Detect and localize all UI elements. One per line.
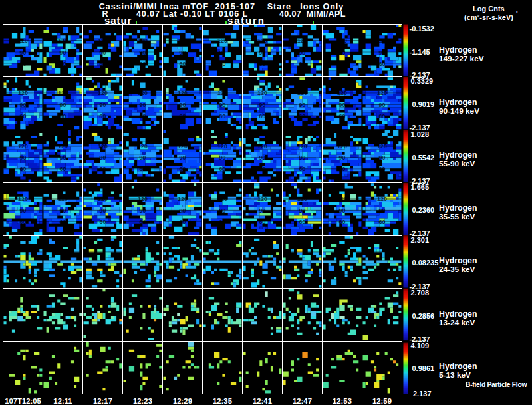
svg-text:90: 90 — [259, 154, 265, 161]
svg-text:120: 120 — [297, 143, 307, 150]
svg-text:90-149 keV: 90-149 keV — [439, 106, 479, 116]
svg-text:120: 120 — [178, 143, 188, 150]
svg-text:90: 90 — [378, 49, 385, 56]
svg-text:12:17: 12:17 — [93, 397, 112, 405]
svg-text:120: 120 — [337, 196, 347, 202]
svg-text:120: 120 — [138, 143, 148, 150]
svg-text:60: 60 — [338, 166, 345, 172]
svg-text:120: 120 — [217, 143, 227, 150]
svg-text:90: 90 — [139, 49, 146, 56]
svg-text:55-90 keV: 55-90 keV — [439, 159, 475, 168]
svg-text:0.3329: 0.3329 — [411, 77, 434, 85]
svg-text:12:59: 12:59 — [372, 397, 392, 405]
svg-text:2.137: 2.137 — [413, 390, 432, 398]
svg-text:90: 90 — [299, 154, 305, 161]
svg-text:90: 90 — [19, 154, 26, 161]
svg-text:120: 120 — [178, 196, 188, 202]
svg-text:0.9019: 0.9019 — [412, 100, 435, 108]
svg-text:90: 90 — [179, 49, 186, 56]
svg-text:60: 60 — [259, 61, 265, 67]
svg-text:24-35 keV: 24-35 keV — [439, 265, 475, 274]
svg-text:12:35: 12:35 — [213, 397, 232, 405]
svg-text:60: 60 — [99, 113, 106, 120]
svg-text:60: 60 — [338, 61, 345, 67]
svg-text:120: 120 — [18, 143, 28, 150]
svg-text:Hydrogen: Hydrogen — [439, 362, 477, 371]
svg-text:0.9861: 0.9861 — [412, 364, 435, 372]
svg-text:120: 120 — [217, 196, 227, 202]
svg-text:60: 60 — [378, 219, 385, 225]
svg-text:60: 60 — [59, 166, 66, 172]
svg-text:60: 60 — [179, 219, 186, 225]
svg-text:120: 120 — [377, 37, 387, 44]
svg-text:B-field Particle Flow: B-field Particle Flow — [466, 381, 527, 388]
svg-text:-0.1532: -0.1532 — [410, 25, 434, 33]
svg-text:90: 90 — [99, 49, 106, 56]
svg-text:12:47: 12:47 — [293, 397, 312, 405]
svg-text:60: 60 — [179, 113, 186, 120]
svg-text:60: 60 — [338, 113, 345, 120]
svg-text:0.08235: 0.08235 — [412, 259, 439, 267]
svg-text:90: 90 — [59, 49, 66, 56]
svg-text:60: 60 — [179, 166, 186, 172]
svg-text:90: 90 — [179, 154, 186, 161]
svg-text:90: 90 — [219, 49, 225, 56]
svg-text:60: 60 — [378, 113, 385, 120]
svg-text:120: 120 — [217, 90, 227, 96]
svg-text:0.5542: 0.5542 — [412, 154, 435, 162]
svg-text:60: 60 — [259, 113, 265, 120]
svg-text:90: 90 — [219, 207, 225, 214]
svg-text:120: 120 — [18, 90, 28, 96]
svg-text:90: 90 — [259, 207, 265, 214]
svg-text:60: 60 — [99, 219, 106, 225]
svg-text:60: 60 — [338, 219, 345, 225]
svg-text:12:23: 12:23 — [133, 397, 152, 405]
svg-text:12:11: 12:11 — [53, 397, 72, 405]
svg-text:120: 120 — [337, 143, 347, 150]
svg-text:35-55 keV: 35-55 keV — [439, 212, 475, 221]
svg-text:90: 90 — [378, 154, 385, 161]
svg-text:90: 90 — [59, 102, 66, 108]
svg-text:12:53: 12:53 — [332, 397, 352, 405]
svg-text:120: 120 — [98, 90, 108, 96]
svg-text:1.665: 1.665 — [411, 183, 430, 191]
svg-text:120: 120 — [297, 37, 307, 44]
svg-text:120: 120 — [217, 37, 227, 44]
svg-text:120: 120 — [297, 196, 307, 202]
svg-text:(cm²-sr-s-keV): (cm²-sr-s-keV) — [464, 13, 513, 21]
svg-text:90: 90 — [378, 102, 385, 108]
svg-text:120: 120 — [138, 37, 148, 44]
svg-text:4.109: 4.109 — [411, 342, 430, 350]
svg-text:-1.145: -1.145 — [410, 48, 430, 56]
svg-text:120: 120 — [18, 196, 28, 202]
svg-text:120: 120 — [138, 90, 148, 96]
svg-text:Hydrogen: Hydrogen — [439, 203, 477, 213]
svg-text:90: 90 — [99, 207, 106, 214]
svg-text:90: 90 — [139, 102, 146, 108]
svg-text:60: 60 — [139, 219, 146, 225]
svg-text:90: 90 — [338, 154, 345, 161]
svg-text:60: 60 — [19, 219, 26, 225]
svg-text:90: 90 — [19, 102, 26, 108]
svg-text:60: 60 — [219, 61, 225, 67]
svg-text:90: 90 — [19, 49, 26, 56]
svg-text:': ' — [516, 10, 518, 18]
svg-text:60: 60 — [378, 166, 385, 172]
svg-text:120: 120 — [178, 37, 188, 44]
svg-text:60: 60 — [139, 166, 146, 172]
svg-text:60: 60 — [99, 166, 106, 172]
svg-text:60: 60 — [378, 61, 385, 67]
svg-text:90: 90 — [219, 102, 225, 108]
svg-text:13-24 keV: 13-24 keV — [439, 318, 475, 327]
svg-text:60: 60 — [219, 219, 225, 225]
svg-text:90: 90 — [139, 207, 146, 214]
svg-text:2.708: 2.708 — [411, 289, 430, 297]
svg-text:149-227 keV: 149-227 keV — [439, 54, 484, 63]
svg-text:107T12:05: 107T12:05 — [5, 397, 41, 405]
svg-text:120: 120 — [257, 37, 267, 44]
svg-text:12:41: 12:41 — [253, 397, 272, 405]
svg-text:60: 60 — [179, 61, 186, 67]
svg-text:90: 90 — [139, 154, 146, 161]
svg-text:0.2360: 0.2360 — [412, 206, 435, 214]
svg-text:60: 60 — [19, 61, 26, 67]
